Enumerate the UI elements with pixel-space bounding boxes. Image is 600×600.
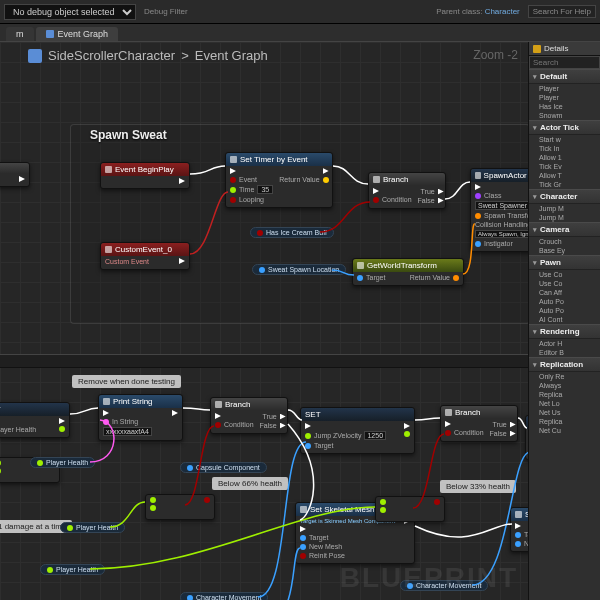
prop-row[interactable]: Start w bbox=[529, 135, 600, 144]
node-set-skeletal-mesh-2[interactable]: Set S Targ New bbox=[510, 507, 528, 552]
var-player-health-1[interactable]: Player Health bbox=[30, 457, 95, 468]
pin-exec-in[interactable] bbox=[230, 168, 273, 174]
prop-row[interactable]: Only Re bbox=[529, 372, 600, 381]
pin-condition[interactable]: Condition bbox=[373, 196, 412, 203]
prop-row[interactable]: Can Aff bbox=[529, 288, 600, 297]
node-compare-2[interactable] bbox=[375, 496, 445, 522]
var-character-movement-1[interactable]: Character Movement bbox=[180, 592, 268, 600]
prop-row[interactable]: Replica bbox=[529, 417, 600, 426]
prop-row[interactable]: Crouch bbox=[529, 237, 600, 246]
prop-row[interactable]: Jump M bbox=[529, 204, 600, 213]
pin-false[interactable]: False bbox=[418, 197, 444, 204]
category-replication[interactable]: Replication bbox=[529, 357, 600, 372]
tab-0[interactable]: m bbox=[6, 27, 34, 41]
pin-reinit-pose[interactable]: Reinit Pose bbox=[300, 552, 395, 559]
pin-target[interactable]: Target bbox=[300, 534, 395, 541]
parent-class-link[interactable]: Character bbox=[485, 7, 520, 16]
pin-exec-in[interactable] bbox=[215, 413, 254, 419]
pin-exec-in[interactable] bbox=[103, 410, 152, 416]
prop-row[interactable]: AI Cont bbox=[529, 315, 600, 324]
pin-exec-in[interactable] bbox=[373, 188, 412, 194]
node-spawn-actor[interactable]: SpawnActor Sweat Spawner Class Sweat Spa… bbox=[470, 168, 528, 252]
node-print-string[interactable]: Print String In String xxxxxxaaxfA4 bbox=[98, 394, 183, 441]
node-set-jump-zvelocity-2[interactable]: SET Jump ZVeloc Target bbox=[525, 415, 528, 460]
details-search[interactable] bbox=[529, 56, 600, 69]
prop-row[interactable]: Player bbox=[529, 93, 600, 102]
var-player-health-3[interactable]: Player Health bbox=[40, 564, 105, 575]
prop-row[interactable]: Use Co bbox=[529, 270, 600, 279]
var-sweat-spawn-location[interactable]: Sweat Spawn Location bbox=[252, 264, 346, 275]
prop-row[interactable]: Net Cu bbox=[529, 426, 600, 435]
pin-exec-out[interactable] bbox=[172, 410, 178, 416]
node-compare-1[interactable] bbox=[145, 494, 215, 520]
var-capsule-component[interactable]: Capsule Component bbox=[180, 462, 267, 473]
var-player-health-2[interactable]: Player Health bbox=[60, 522, 125, 533]
pin-class[interactable]: Class bbox=[475, 192, 528, 199]
node-event-beginplay[interactable]: Event BeginPlay bbox=[100, 162, 190, 189]
node-custom-event[interactable]: CustomEvent_0 Custom Event bbox=[100, 242, 190, 270]
category-pawn[interactable]: Pawn bbox=[529, 255, 600, 270]
pin-return[interactable]: Return Value bbox=[410, 274, 459, 281]
var-has-ice-cream-buff[interactable]: Has Ice Cream Buff bbox=[250, 227, 334, 238]
pin-exec-out[interactable] bbox=[179, 178, 185, 184]
pin-condition[interactable]: Condition bbox=[215, 421, 254, 428]
pin-in-string[interactable]: In String bbox=[103, 418, 152, 425]
breadcrumb-graph[interactable]: Event Graph bbox=[195, 48, 268, 63]
comment-below-33[interactable]: Below 33% health bbox=[440, 480, 516, 493]
prop-row[interactable]: Always bbox=[529, 381, 600, 390]
prop-row[interactable]: Jump M bbox=[529, 213, 600, 222]
prop-row[interactable]: Snowm bbox=[529, 111, 600, 120]
pin-false[interactable]: False bbox=[260, 422, 286, 429]
pin-condition[interactable]: Condition bbox=[445, 429, 484, 436]
node-branch-1[interactable]: Branch Condition True False bbox=[368, 172, 446, 209]
pin-true[interactable]: True bbox=[493, 421, 516, 428]
category-character[interactable]: Character bbox=[529, 189, 600, 204]
search-help[interactable]: Search For Help bbox=[528, 5, 596, 18]
pin-exec-in[interactable] bbox=[0, 418, 36, 424]
prop-row[interactable]: Net Lo bbox=[529, 399, 600, 408]
debug-object-select[interactable]: No debug object selected bbox=[4, 4, 136, 20]
pin-new-mesh[interactable]: New Mesh bbox=[300, 543, 395, 550]
prop-row[interactable]: Editor B bbox=[529, 348, 600, 357]
node-set-timer[interactable]: Set Timer by Event Event Time35 Looping … bbox=[225, 152, 333, 208]
prop-row[interactable]: Tick Gr bbox=[529, 180, 600, 189]
category-camera[interactable]: Camera bbox=[529, 222, 600, 237]
comment-below-66[interactable]: Below 66% health bbox=[212, 477, 288, 490]
pin-exec-in[interactable] bbox=[300, 526, 395, 532]
pin-true[interactable]: True bbox=[263, 413, 286, 420]
node-set-jump-zvelocity[interactable]: SET Jump ZVelocity1250 Target bbox=[300, 407, 415, 454]
category-default[interactable]: Default bbox=[529, 69, 600, 84]
pin-false[interactable]: False bbox=[490, 430, 516, 437]
prop-row[interactable]: Tick Ev bbox=[529, 162, 600, 171]
tab-event-graph[interactable]: Event Graph bbox=[36, 27, 119, 41]
prop-row[interactable]: Replica bbox=[529, 390, 600, 399]
category-actor-tick[interactable]: Actor Tick bbox=[529, 120, 600, 135]
pin-exec-in[interactable] bbox=[305, 423, 386, 429]
pin-exec-in[interactable] bbox=[475, 184, 528, 190]
node-branch-3[interactable]: Branch Condition TrueFalse bbox=[440, 405, 518, 442]
prop-row[interactable]: Allow 1 bbox=[529, 153, 600, 162]
pin-exec-in[interactable] bbox=[445, 421, 484, 427]
pin-true[interactable]: True bbox=[421, 188, 444, 195]
prop-row[interactable]: Has Ice bbox=[529, 102, 600, 111]
pin-exec-out[interactable] bbox=[59, 418, 65, 424]
pin-spawn-transform[interactable]: Spawn Transform bbox=[475, 212, 528, 219]
pin-event[interactable]: Event bbox=[230, 176, 273, 183]
prop-row[interactable]: Net Us bbox=[529, 408, 600, 417]
prop-row[interactable]: Use Co bbox=[529, 279, 600, 288]
prop-row[interactable]: Actor H bbox=[529, 339, 600, 348]
node-get-world-transform[interactable]: GetWorldTransform Target Return Value bbox=[352, 258, 464, 286]
pin-return[interactable]: Return Value bbox=[279, 176, 328, 183]
pin-jump-zvel[interactable]: Jump ZVelocity1250 bbox=[305, 431, 386, 440]
comment-remove-testing[interactable]: Remove when done testing bbox=[72, 375, 181, 388]
details-tab[interactable]: Details bbox=[529, 42, 600, 56]
node-unknown-left[interactable] bbox=[0, 162, 30, 187]
event-graph-canvas[interactable]: SideScrollerCharacter > Event Graph Zoom… bbox=[0, 42, 528, 600]
pin-exec-out[interactable] bbox=[179, 258, 185, 264]
pin-player-health[interactable]: Player Health bbox=[0, 426, 36, 433]
prop-row[interactable]: Auto Po bbox=[529, 297, 600, 306]
panel-divider[interactable] bbox=[0, 354, 528, 368]
pin-exec-out[interactable] bbox=[323, 168, 329, 174]
prop-row[interactable]: Base Ey bbox=[529, 246, 600, 255]
prop-row[interactable]: Auto Po bbox=[529, 306, 600, 315]
